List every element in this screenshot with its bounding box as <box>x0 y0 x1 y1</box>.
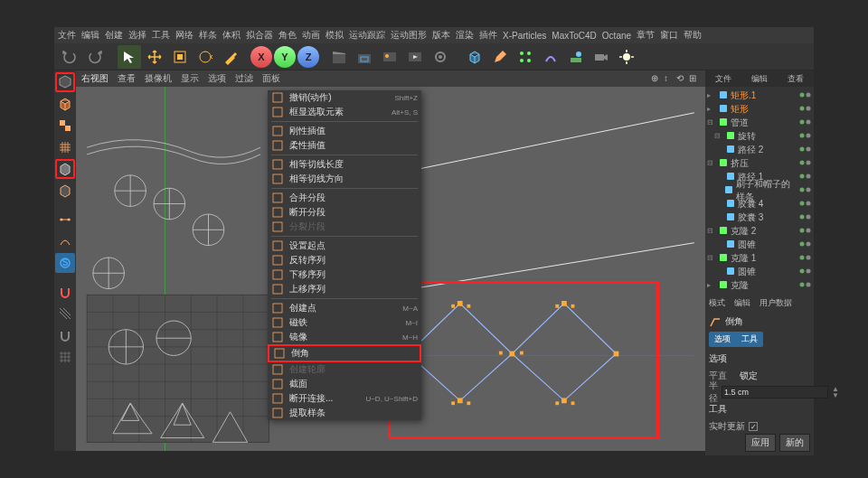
menu-anim[interactable]: 动画 <box>302 29 320 42</box>
cube-primitive-button[interactable] <box>463 45 486 69</box>
menu-volume[interactable]: 体积 <box>222 29 241 42</box>
tree-item[interactable]: 刷子和帽子的样条 <box>707 183 812 197</box>
vp-nav-icon[interactable]: ⊕ <box>651 73 662 84</box>
vp-tab-display[interactable]: 显示 <box>181 72 199 85</box>
tree-item[interactable]: ⊟旋转 <box>707 129 812 143</box>
rp-tab-view[interactable]: 查看 <box>778 70 814 87</box>
visibility-dots[interactable] <box>799 158 812 168</box>
menu-sim2[interactable]: 模拟 <box>326 29 344 42</box>
points-mode-button[interactable] <box>55 210 75 230</box>
ctx-item-undo[interactable]: 撤销(动作)Shift+Z <box>268 90 421 105</box>
polys-mode-button[interactable]: S <box>55 253 75 273</box>
camera-button[interactable] <box>590 45 613 69</box>
ctx-item-frame[interactable]: 框显选取元素Alt+S, S <box>268 105 421 119</box>
attr-apply-button[interactable]: 应用 <box>745 434 776 452</box>
visibility-dots[interactable] <box>799 145 812 155</box>
ctx-item-split[interactable]: 断开分段 <box>268 205 421 220</box>
z-axis-button[interactable]: Z <box>297 46 319 68</box>
scene-button[interactable] <box>564 45 588 69</box>
light-button[interactable] <box>615 45 638 69</box>
object2-mode-button[interactable] <box>55 181 75 201</box>
tree-item[interactable]: ▸克隆 <box>707 278 812 292</box>
vp-tab-view[interactable]: 查看 <box>118 72 136 85</box>
attr-tab-user[interactable]: 用户数据 <box>760 297 792 312</box>
x-axis-button[interactable]: X <box>250 46 272 68</box>
tree-item[interactable]: 圆锥 <box>707 265 812 278</box>
tree-item[interactable]: 路径 2 <box>707 143 812 156</box>
visibility-dots[interactable] <box>799 104 812 114</box>
ctx-item-ext[interactable]: 提取样条 <box>268 406 421 420</box>
attr-tab-mode[interactable]: 模式 <box>709 297 725 312</box>
menu-maxtoc4d[interactable]: MaxToC4D <box>552 31 596 41</box>
ctx-item-tan2[interactable]: 相等切线方向 <box>268 172 421 186</box>
make-editable-button[interactable] <box>55 72 75 92</box>
snap-button[interactable] <box>55 304 75 323</box>
vp-nav-icon[interactable]: ⊞ <box>689 73 700 84</box>
visibility-dots[interactable] <box>799 185 812 195</box>
magnet-button[interactable] <box>55 282 75 302</box>
edges-mode-button[interactable] <box>55 231 75 251</box>
visibility-dots[interactable] <box>799 117 812 127</box>
rotate-button[interactable] <box>193 45 217 69</box>
ctx-item-pt[interactable]: 创建点M~A <box>268 301 421 315</box>
redo-button[interactable] <box>83 45 107 69</box>
ctx-item-231[interactable]: 上移序列 <box>268 282 421 296</box>
visibility-dots[interactable] <box>799 280 812 290</box>
live-selection-button[interactable] <box>118 45 141 69</box>
menu-select[interactable]: 选择 <box>128 29 146 42</box>
menu-create[interactable]: 创建 <box>105 29 123 42</box>
attr-new-button[interactable]: 新的 <box>779 434 810 452</box>
texture-mode-button[interactable] <box>55 116 75 136</box>
menu-chapter[interactable]: 章节 <box>637 29 655 42</box>
last-tool-button[interactable] <box>219 45 242 69</box>
move-button[interactable] <box>143 45 166 69</box>
menu-track[interactable]: 运动跟踪 <box>349 29 385 42</box>
menu-mesh[interactable]: 网络 <box>175 29 193 42</box>
menu-edit[interactable]: 编辑 <box>81 29 99 42</box>
attr-realtime-checkbox[interactable]: ✓ <box>749 422 758 431</box>
menu-spline[interactable]: 样条 <box>199 29 217 42</box>
ctx-item-tan[interactable]: 相等切线长度 <box>268 157 421 172</box>
rp-tab-edit[interactable]: 编辑 <box>741 70 778 87</box>
menu-tools[interactable]: 工具 <box>152 29 170 42</box>
ctx-item-spl[interactable]: 分裂片段 <box>268 220 421 234</box>
picture-viewer-button[interactable] <box>378 45 401 69</box>
tree-item[interactable]: ⊟克隆 1 <box>707 251 812 265</box>
scale-button[interactable] <box>168 45 192 69</box>
tree-item[interactable]: 圆锥 <box>707 238 812 251</box>
visibility-dots[interactable] <box>799 172 812 182</box>
visibility-dots[interactable] <box>799 131 812 141</box>
model-mode-button[interactable] <box>55 94 75 114</box>
vp-nav-icon[interactable]: ↕ <box>664 73 675 84</box>
visibility-dots[interactable] <box>799 267 812 276</box>
pen-button[interactable] <box>488 45 512 69</box>
ctx-item-out[interactable]: 创建轮廓 <box>268 362 421 377</box>
tree-item[interactable]: ⊟管道 <box>707 116 812 129</box>
tree-item[interactable]: ▸矩形.1 <box>707 89 812 102</box>
ctx-item-sec[interactable]: 截面 <box>268 377 421 391</box>
menu-xparticles[interactable]: X-Particles <box>503 31 546 41</box>
menu-file[interactable]: 文件 <box>58 29 76 42</box>
anim2-button[interactable] <box>429 45 452 69</box>
menu-octane[interactable]: Octane <box>602 31 631 41</box>
visibility-dots[interactable] <box>799 212 812 222</box>
render-button[interactable] <box>327 45 351 69</box>
rp-tab-file[interactable]: 文件 <box>705 70 741 87</box>
menu-mograph[interactable]: 运动图形 <box>391 29 427 42</box>
attr-flat-value[interactable]: 锁定 <box>740 370 758 382</box>
spinner-icon[interactable]: ▲▼ <box>832 386 839 398</box>
menu-plugins[interactable]: 插件 <box>479 29 497 42</box>
ctx-item-bev[interactable]: 倒角 <box>268 344 421 362</box>
menu-help[interactable]: 帮助 <box>684 29 702 42</box>
ctx-item-mir[interactable]: 镜像M~H <box>268 330 421 344</box>
tree-item[interactable]: ⊟挤压 <box>707 156 812 170</box>
ctx-item-mag[interactable]: 磁铁M~I <box>268 315 421 330</box>
vp-tab-camera[interactable]: 摄像机 <box>145 72 172 85</box>
attr-radius-input[interactable] <box>722 386 828 398</box>
undo-button[interactable] <box>58 45 81 69</box>
anim-button[interactable] <box>403 45 427 69</box>
y-axis-button[interactable]: Y <box>274 46 296 68</box>
deform-button[interactable] <box>539 45 562 69</box>
vp-nav-icon[interactable]: ⟲ <box>676 73 687 84</box>
ctx-item-interp[interactable]: 刚性插值 <box>268 124 421 138</box>
